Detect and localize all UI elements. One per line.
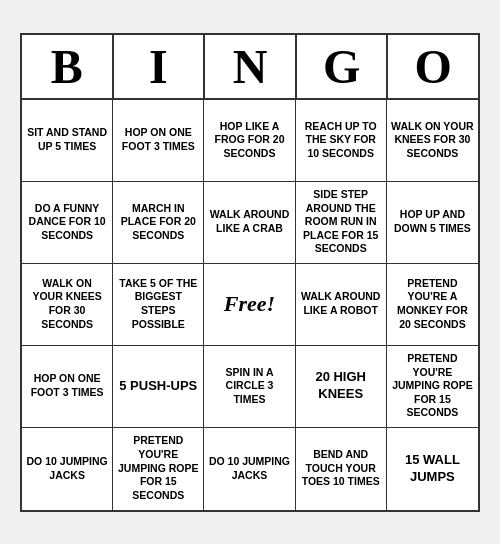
bingo-cell-19: PRETEND YOU'RE JUMPING ROPE FOR 15 SECON… [387,346,478,428]
bingo-cell-9: HOP UP AND DOWN 5 TIMES [387,182,478,264]
bingo-letter-b: B [22,35,114,98]
bingo-letter-o: O [388,35,478,98]
bingo-cell-1: HOP ON ONE FOOT 3 TIMES [113,100,204,182]
bingo-cell-0: SIT AND STAND UP 5 TIMES [22,100,113,182]
bingo-header: BINGO [22,35,478,100]
bingo-card: BINGO SIT AND STAND UP 5 TIMESHOP ON ONE… [20,33,480,512]
bingo-cell-21: PRETEND YOU'RE JUMPING ROPE FOR 15 SECON… [113,428,204,510]
bingo-cell-23: BEND AND TOUCH YOUR TOES 10 TIMES [296,428,387,510]
bingo-cell-13: WALK AROUND LIKE A ROBOT [296,264,387,346]
bingo-cell-17: SPIN IN A CIRCLE 3 TIMES [204,346,295,428]
bingo-cell-10: WALK ON YOUR KNEES FOR 30 SECONDS [22,264,113,346]
bingo-cell-6: MARCH IN PLACE FOR 20 SECONDS [113,182,204,264]
bingo-cell-14: PRETEND YOU'RE A MONKEY FOR 20 SECONDS [387,264,478,346]
bingo-cell-24: 15 Wall Jumps [387,428,478,510]
bingo-cell-20: DO 10 JUMPING JACKS [22,428,113,510]
bingo-cell-7: WALK AROUND LIKE A CRAB [204,182,295,264]
bingo-cell-11: TAKE 5 OF THE BIGGEST STEPS POSSIBLE [113,264,204,346]
bingo-cell-2: HOP LIKE A FROG FOR 20 SECONDS [204,100,295,182]
bingo-cell-8: SIDE STEP AROUND THE ROOM RUN IN PLACE F… [296,182,387,264]
bingo-letter-g: G [297,35,389,98]
bingo-cell-3: REACH UP TO THE SKY FOR 10 SECONDS [296,100,387,182]
bingo-cell-22: DO 10 JUMPING JACKS [204,428,295,510]
bingo-cell-4: WALK ON YOUR KNEES FOR 30 SECONDS [387,100,478,182]
bingo-cell-15: HOP ON ONE FOOT 3 TIMES [22,346,113,428]
bingo-letter-i: I [114,35,206,98]
bingo-letter-n: N [205,35,297,98]
bingo-cell-5: DO A FUNNY DANCE FOR 10 SECONDS [22,182,113,264]
bingo-grid: SIT AND STAND UP 5 TIMESHOP ON ONE FOOT … [22,100,478,510]
bingo-cell-16: 5 Push-ups [113,346,204,428]
bingo-cell-18: 20 High Knees [296,346,387,428]
bingo-cell-12: Free! [204,264,295,346]
